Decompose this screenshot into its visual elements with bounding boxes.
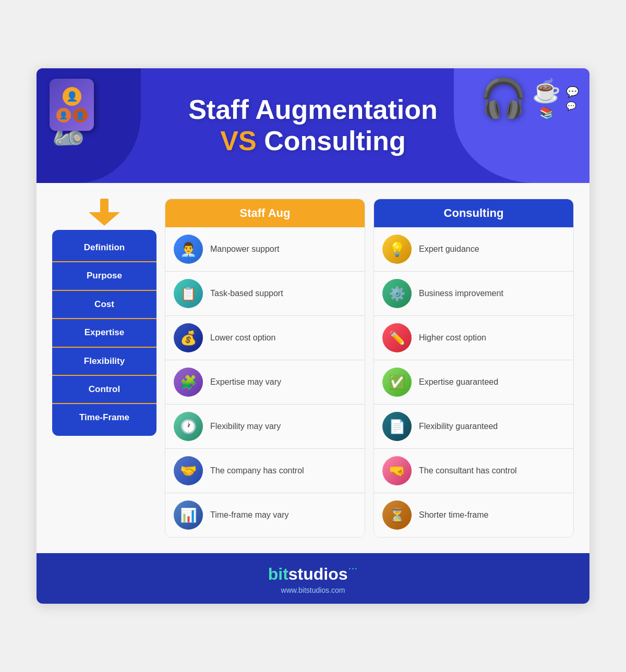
table-row: 🕐 Flexibility may vary	[165, 405, 365, 449]
header-right-decoration: 🎧 ☕ 📚 💬 💬	[480, 76, 579, 120]
consulting-control-text: The consultant has control	[419, 466, 517, 476]
table-row: 📄 Flexibility guaranteed	[374, 405, 573, 449]
table-row: ✅ Expertise guaranteed	[374, 360, 573, 405]
books-icon: 📚	[539, 106, 553, 120]
table-row: 💡 Expert guidance	[374, 227, 573, 272]
header-section: 🦾 👤 👤 👤 Staff Augmentation VS Consul	[37, 68, 589, 183]
staff-aug-flexibility-icon: 🕐	[174, 412, 203, 441]
consulting-expertise-icon: ✅	[382, 368, 412, 397]
consulting-flexibility-text: Flexibility guaranteed	[419, 421, 498, 432]
footer-logo-text: bitstudios···	[268, 565, 358, 584]
table-row: 🧩 Expertise may vary	[165, 360, 365, 405]
consulting-definition-icon: 💡	[382, 235, 412, 264]
consulting-purpose-icon: ⚙️	[382, 279, 412, 308]
consulting-header: Consulting	[374, 199, 573, 227]
footer-bit: bit	[268, 565, 288, 583]
footer-section: bitstudios··· www.bitstudios.com	[37, 553, 589, 604]
staff-aug-column: Staff Aug 👨‍💼 Manpower support 📋 Task-ba…	[165, 199, 365, 537]
staff-aug-control-text: The company has control	[210, 466, 304, 476]
coffee-icon: ☕	[532, 77, 561, 104]
staff-aug-expertise-icon: 🧩	[174, 368, 203, 397]
footer-studios: studios	[288, 565, 348, 583]
staff-aug-rows: 👨‍💼 Manpower support 📋 Task-based suppor…	[165, 227, 365, 537]
footer-logo: bitstudios···	[37, 565, 589, 586]
main-content: Definition Purpose Cost Expertise Flexib…	[37, 183, 589, 553]
footer-url: www.bitstudios.com	[37, 586, 589, 594]
staff-aug-expertise-text: Expertise may vary	[210, 377, 281, 388]
categories-box: Definition Purpose Cost Expertise Flexib…	[52, 230, 156, 436]
arrow-container	[89, 199, 120, 226]
consulting-flexibility-icon: 📄	[382, 412, 412, 441]
down-arrow-icon	[89, 199, 120, 226]
category-flexibility: Flexibility	[52, 348, 156, 376]
category-expertise: Expertise	[52, 319, 156, 347]
category-timeframe: Time-Frame	[52, 404, 156, 431]
consulting-purpose-text: Business improvement	[419, 288, 503, 299]
table-row: 👨‍💼 Manpower support	[165, 227, 365, 272]
consulting-expertise-text: Expertise guaranteed	[419, 377, 498, 388]
comparison-table: Definition Purpose Cost Expertise Flexib…	[52, 199, 574, 537]
staff-aug-definition-text: Manpower support	[210, 244, 280, 255]
staff-aug-timeframe-text: Time-frame may vary	[210, 510, 289, 521]
table-row: ⏳ Shorter time-frame	[374, 493, 573, 537]
title-vs: VS	[220, 126, 256, 156]
svg-rect-0	[100, 199, 109, 213]
consulting-cost-text: Higher cost option	[419, 333, 486, 344]
staff-aug-header: Staff Aug	[165, 199, 365, 227]
consulting-timeframe-icon: ⏳	[382, 500, 412, 530]
infographic-container: 🦾 👤 👤 👤 Staff Augmentation VS Consul	[37, 68, 589, 604]
staff-aug-purpose-text: Task-based support	[210, 288, 283, 299]
consulting-control-icon: 🤜	[382, 456, 412, 485]
headphone-icon: 🎧	[480, 76, 527, 120]
category-control: Control	[52, 376, 156, 404]
coffee-decoration: ☕ 📚	[532, 77, 561, 120]
staff-aug-cost-icon: 💰	[174, 323, 203, 352]
message-bubbles: 💬 💬	[566, 85, 579, 111]
consulting-definition-text: Expert guidance	[419, 244, 479, 255]
table-row: 📊 Time-frame may vary	[165, 493, 365, 537]
table-row: 🤜 The consultant has control	[374, 449, 573, 493]
staff-aug-flexibility-text: Flexibility may vary	[210, 421, 281, 432]
table-row: ✏️ Higher cost option	[374, 316, 573, 360]
header-title: Staff Augmentation VS Consulting	[188, 94, 438, 157]
consulting-cost-icon: ✏️	[382, 323, 412, 352]
staff-aug-timeframe-icon: 📊	[174, 500, 203, 530]
consulting-timeframe-text: Shorter time-frame	[419, 510, 488, 521]
staff-aug-control-icon: 🤝	[174, 456, 203, 485]
staff-aug-purpose-icon: 📋	[174, 279, 203, 308]
svg-marker-1	[89, 212, 120, 226]
staff-aug-definition-icon: 👨‍💼	[174, 235, 203, 264]
table-row: 🤝 The company has control	[165, 449, 365, 493]
table-row: 📋 Task-based support	[165, 272, 365, 316]
consulting-column: Consulting 💡 Expert guidance ⚙️ Business…	[374, 199, 574, 537]
table-row: 💰 Lower cost option	[165, 316, 365, 360]
consulting-rows: 💡 Expert guidance ⚙️ Business improvemen…	[374, 227, 573, 537]
category-cost: Cost	[52, 291, 156, 319]
category-definition: Definition	[52, 234, 156, 262]
title-line1: Staff Augmentation	[188, 94, 438, 125]
footer-dots: ···	[349, 565, 358, 573]
category-purpose: Purpose	[52, 262, 156, 290]
table-row: ⚙️ Business improvement	[374, 272, 573, 316]
categories-column: Definition Purpose Cost Expertise Flexib…	[52, 199, 156, 436]
title-line2: Consulting	[264, 126, 406, 156]
header-left-decoration: 🦾 👤 👤 👤	[47, 79, 104, 146]
staff-aug-cost-text: Lower cost option	[210, 333, 275, 344]
